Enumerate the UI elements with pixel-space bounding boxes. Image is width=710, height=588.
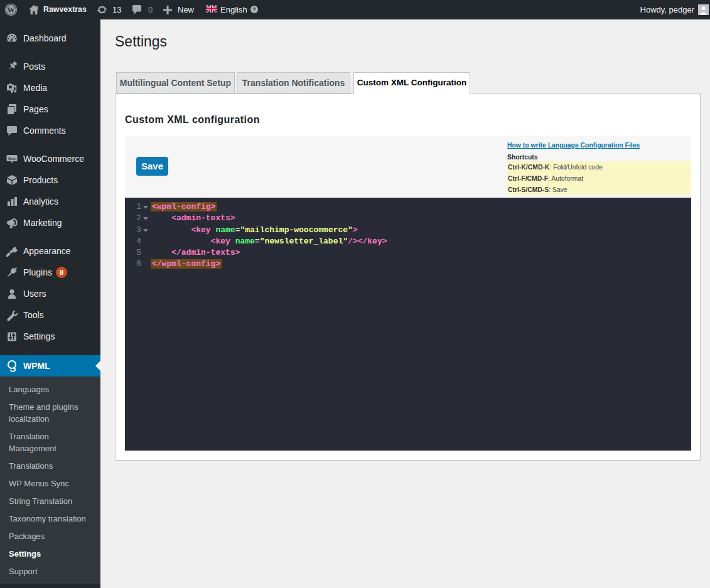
svg-text:?: ?	[252, 6, 256, 13]
svg-text:Woo: Woo	[8, 157, 16, 161]
svg-text:W: W	[7, 6, 15, 14]
